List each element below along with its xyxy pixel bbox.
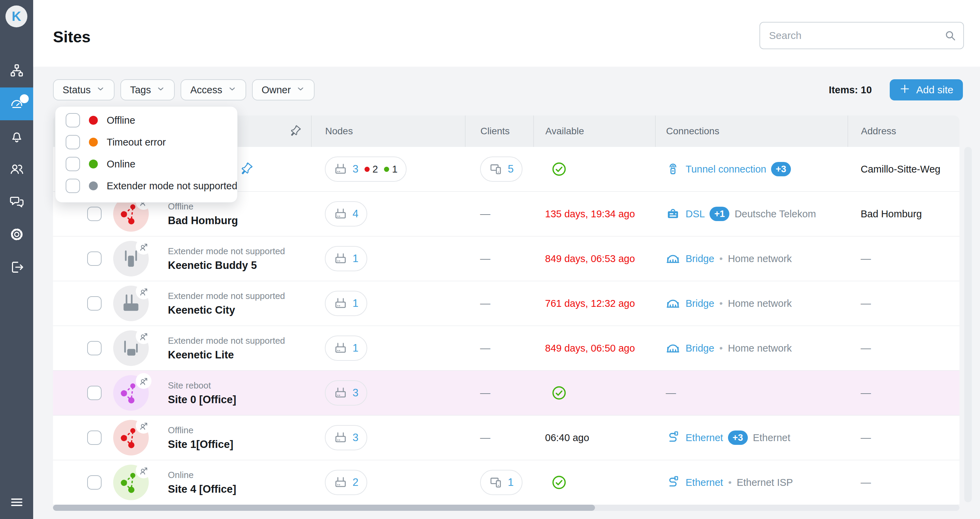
connection-more-badge[interactable]: +3 bbox=[771, 162, 791, 176]
status-option[interactable]: Timeout error bbox=[56, 131, 237, 153]
add-site-label: Add site bbox=[916, 84, 953, 96]
router-icon bbox=[334, 431, 347, 444]
connection-link[interactable]: DSL bbox=[686, 208, 705, 220]
users-icon bbox=[9, 161, 25, 178]
router-icon bbox=[334, 297, 347, 310]
offline-dot bbox=[364, 167, 370, 172]
header-cell-available[interactable]: Available bbox=[533, 116, 655, 147]
table-row[interactable]: OfflineSite 1[Office]3—06:40 agoEthernet… bbox=[53, 416, 959, 460]
plus-icon bbox=[899, 83, 916, 97]
empty-value: — bbox=[861, 253, 871, 265]
option-checkbox[interactable] bbox=[66, 113, 80, 127]
connection-link[interactable]: Bridge bbox=[686, 343, 714, 354]
add-site-button[interactable]: Add site bbox=[890, 79, 963, 100]
bridge-icon bbox=[666, 341, 680, 356]
sidebar-item-sites[interactable] bbox=[0, 55, 33, 87]
empty-value: — bbox=[480, 387, 490, 399]
filter-status[interactable]: Status bbox=[53, 79, 115, 100]
chevron-down-icon bbox=[291, 84, 305, 96]
connection-link[interactable]: Ethernet bbox=[686, 477, 723, 488]
empty-value: — bbox=[480, 208, 490, 220]
table-row[interactable]: Extender mode not supportedKeenetic Lite… bbox=[53, 326, 959, 371]
horizontal-scrollbar-thumb[interactable] bbox=[53, 505, 595, 511]
sidebar-item-users[interactable] bbox=[0, 153, 33, 186]
header-cell-nodes[interactable]: Nodes bbox=[311, 116, 465, 147]
vertical-scrollbar[interactable] bbox=[964, 147, 972, 502]
header-cell-connections[interactable]: Connections bbox=[655, 116, 848, 147]
address-text: Camillo-Sitte-Weg bbox=[861, 163, 940, 175]
site-status: Extender mode not supported bbox=[168, 246, 285, 257]
nodes-total: 1 bbox=[353, 252, 358, 265]
status-color-dot bbox=[89, 138, 98, 147]
available-text: 849 days, 06:50 ago bbox=[545, 343, 635, 354]
table-row[interactable]: Extender mode not supportedKeenetic City… bbox=[53, 281, 959, 326]
shared-site-icon bbox=[136, 284, 151, 299]
status-filter-dropdown: OfflineTimeout errorOnlineExtender mode … bbox=[55, 106, 238, 203]
option-checkbox[interactable] bbox=[66, 179, 80, 193]
connection-secondary: Home network bbox=[728, 253, 792, 265]
available-check-icon bbox=[551, 475, 567, 490]
sidebar-nav bbox=[0, 55, 33, 284]
status-color-dot bbox=[89, 181, 98, 190]
available-text: 761 days, 12:32 ago bbox=[545, 298, 635, 309]
ethernet-icon bbox=[666, 430, 680, 445]
empty-value: — bbox=[480, 342, 490, 354]
row-checkbox[interactable] bbox=[87, 430, 102, 445]
connection-more-badge[interactable]: +1 bbox=[710, 207, 729, 221]
connection-link[interactable]: Bridge bbox=[686, 253, 714, 265]
online-dot bbox=[384, 167, 389, 172]
filter-tags[interactable]: Tags bbox=[120, 79, 175, 100]
row-checkbox[interactable] bbox=[87, 207, 102, 221]
site-name: Site 4 [Office] bbox=[168, 483, 236, 495]
logout-icon bbox=[9, 259, 25, 276]
row-checkbox[interactable] bbox=[87, 475, 102, 490]
app-logo[interactable]: K bbox=[5, 5, 27, 27]
status-color-dot bbox=[89, 160, 98, 168]
address-text: Bad Homburg bbox=[861, 208, 922, 220]
sidebar-item-chat[interactable] bbox=[0, 186, 33, 219]
sidebar-item-notifications[interactable] bbox=[0, 120, 33, 153]
site-status: Online bbox=[168, 470, 236, 480]
connection-link[interactable]: Tunnel connection bbox=[686, 163, 766, 175]
nodes-total: 3 bbox=[353, 387, 358, 399]
sidebar-item-dashboard[interactable] bbox=[0, 87, 33, 120]
connection-more-badge[interactable]: +3 bbox=[728, 430, 748, 445]
row-checkbox[interactable] bbox=[87, 296, 102, 311]
row-checkbox[interactable] bbox=[87, 341, 102, 356]
table-row[interactable]: Extender mode not supportedKeenetic Budd… bbox=[53, 236, 959, 281]
sidebar-item-settings[interactable] bbox=[0, 219, 33, 251]
filter-owner-label: Owner bbox=[262, 84, 291, 96]
status-option[interactable]: Online bbox=[56, 153, 237, 175]
connection-link[interactable]: Bridge bbox=[686, 298, 714, 309]
chevron-down-icon bbox=[222, 84, 237, 96]
site-name: Bad Homburg bbox=[168, 214, 238, 227]
site-status: Site reboot bbox=[168, 380, 236, 391]
filter-access[interactable]: Access bbox=[181, 79, 246, 100]
header-cell-address[interactable]: Address bbox=[848, 116, 959, 147]
table-row[interactable]: OnlineSite 4 [Office]21Ethernet•Ethernet… bbox=[53, 460, 959, 505]
nodes-offline: 2 bbox=[372, 163, 378, 175]
pinned-icon[interactable] bbox=[237, 160, 256, 179]
row-checkbox[interactable] bbox=[87, 386, 102, 400]
row-checkbox[interactable] bbox=[87, 251, 102, 266]
dot-separator: • bbox=[728, 477, 732, 488]
menu-button[interactable] bbox=[0, 492, 33, 514]
sidebar-item-logout[interactable] bbox=[0, 251, 33, 284]
status-option[interactable]: Extender mode not supported bbox=[56, 175, 237, 197]
shared-site-icon bbox=[136, 329, 151, 344]
empty-value: — bbox=[480, 253, 490, 265]
search-input[interactable] bbox=[759, 22, 964, 49]
connection-link[interactable]: Ethernet bbox=[686, 432, 723, 443]
empty-value: — bbox=[861, 342, 871, 354]
status-color-dot bbox=[89, 116, 98, 125]
option-checkbox[interactable] bbox=[66, 157, 80, 171]
status-option[interactable]: Offline bbox=[56, 110, 237, 131]
empty-value: — bbox=[480, 298, 490, 309]
shared-site-icon bbox=[136, 418, 151, 433]
option-checkbox[interactable] bbox=[66, 135, 80, 149]
table-row[interactable]: Site rebootSite 0 [Office]3——— bbox=[53, 371, 959, 416]
filter-owner[interactable]: Owner bbox=[252, 79, 315, 100]
header-cell-clients[interactable]: Clients bbox=[465, 116, 533, 147]
chat-icon bbox=[9, 194, 25, 211]
site-avatar bbox=[113, 286, 149, 321]
